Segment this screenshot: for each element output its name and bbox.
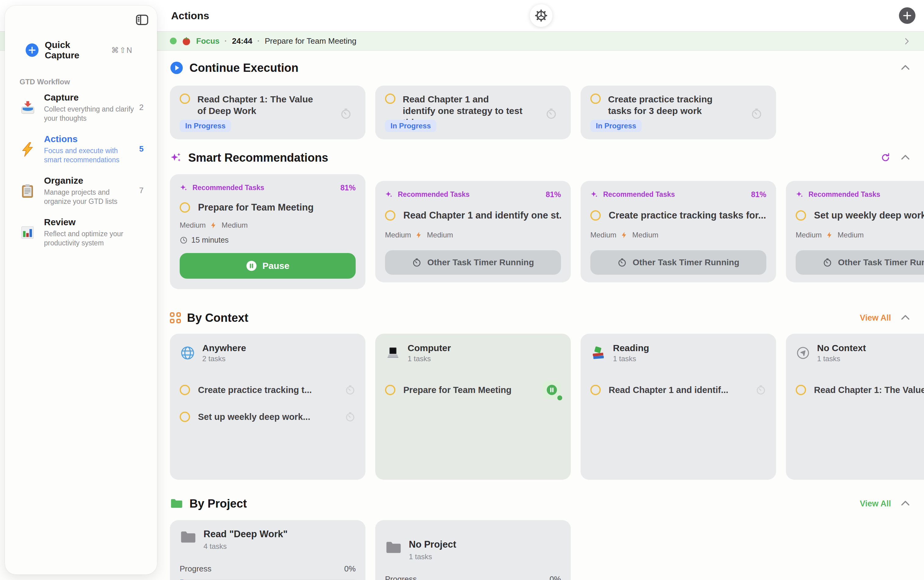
task-checkbox[interactable] <box>590 94 601 104</box>
context-card-anywhere[interactable]: Anywhere 2 tasks Create practice trackin… <box>170 334 366 480</box>
collapse-chevron-icon[interactable] <box>900 63 911 73</box>
task-row[interactable]: Read Chapter 1 and identif... <box>590 376 766 404</box>
section-title: By Context <box>187 311 249 325</box>
settings-button[interactable] <box>530 4 552 27</box>
timer-icon <box>340 107 352 120</box>
quick-capture-button[interactable]: Quick Capture ⌘⇧N <box>26 40 133 61</box>
recommended-task-card[interactable]: Recommended Tasks 81% Set up weekly deep… <box>786 181 924 282</box>
context-task-count: 1 tasks <box>817 354 866 363</box>
recommended-task-card[interactable]: Recommended Tasks 81% Create practice tr… <box>581 181 776 282</box>
task-checkbox[interactable] <box>385 94 395 104</box>
task-title: Create practice tracking tasks for... <box>609 210 766 221</box>
laptop-icon <box>385 345 401 361</box>
progress-percent: 0% <box>344 564 356 573</box>
sidebar-item-organize[interactable]: Organize Manage projects and organize yo… <box>5 175 157 207</box>
progress-percent: 0% <box>549 575 561 580</box>
other-task-timer-label: Other Task Timer Running <box>838 258 924 267</box>
recommended-task-card[interactable]: Recommended Tasks 81% Read Chapter 1 and… <box>375 181 571 282</box>
task-checkbox[interactable] <box>590 210 601 221</box>
section-header-by-project: By Project View All <box>170 495 911 512</box>
refresh-icon[interactable] <box>880 152 891 163</box>
folder-icon <box>385 539 402 556</box>
section-title: Smart Recommendations <box>188 151 328 165</box>
context-cards: Anywhere 2 tasks Create practice trackin… <box>170 334 924 480</box>
other-task-timer-button[interactable]: Other Task Timer Running <box>590 250 766 275</box>
sidebar-toggle-icon[interactable] <box>135 13 149 27</box>
task-checkbox[interactable] <box>180 202 190 213</box>
focus-timer-value: 24:44 <box>232 36 252 46</box>
task-title: Set up weekly deep work... <box>198 412 310 422</box>
sparkle-icon <box>385 191 393 199</box>
energy-bolt-icon <box>415 231 423 239</box>
sidebar-items: Capture Collect everything and clarify y… <box>5 92 157 259</box>
chevron-right-icon[interactable] <box>903 37 911 45</box>
play-circle-icon <box>170 61 183 74</box>
in-progress-task-card[interactable]: Read Chapter 1 and identify one strategy… <box>375 86 571 139</box>
task-row[interactable]: Read Chapter 1: The Value... <box>796 376 924 404</box>
task-checkbox[interactable] <box>180 94 190 104</box>
other-task-timer-button[interactable]: Other Task Timer Running <box>385 250 561 275</box>
project-card[interactable]: No Project 1 tasks Progress 0% <box>375 520 571 580</box>
active-dot <box>557 395 562 400</box>
pause-button[interactable]: Pause <box>180 253 356 279</box>
sidebar-item-capture[interactable]: Capture Collect everything and clarify y… <box>5 92 157 124</box>
context-card-no-context[interactable]: No Context 1 tasks Read Chapter 1: The V… <box>786 334 924 480</box>
sparkle-icon <box>180 184 188 192</box>
other-task-timer-button[interactable]: Other Task Timer Running <box>796 250 924 275</box>
energy-bolt-icon <box>210 222 217 229</box>
clipboard-icon <box>20 183 37 199</box>
sidebar-item-review[interactable]: Review Reflect and optimize your product… <box>5 217 157 248</box>
task-checkbox[interactable] <box>385 210 395 221</box>
recommended-task-card[interactable]: Recommended Tasks 81% Prepare for Team M… <box>170 174 366 289</box>
task-title: Prepare for Team Meeting <box>198 202 313 213</box>
project-task-count: 4 tasks <box>204 542 288 551</box>
project-task-count: 1 tasks <box>409 552 456 561</box>
collapse-chevron-icon[interactable] <box>900 498 911 509</box>
sidebar-item-count: 7 <box>139 186 143 195</box>
task-row[interactable]: Prepare for Team Meeting <box>385 376 561 404</box>
sidebar-item-count: 5 <box>139 144 143 154</box>
task-checkbox[interactable] <box>180 385 190 395</box>
view-all-link[interactable]: View All <box>860 313 891 323</box>
section-header-continue-execution: Continue Execution <box>170 59 911 76</box>
pause-circle-icon <box>246 260 257 271</box>
energy-label: Medium <box>427 231 453 239</box>
timer-icon <box>617 258 627 267</box>
timer-icon <box>412 258 422 267</box>
context-name: Reading <box>613 343 649 353</box>
focus-task-title: Prepare for Team Meeting <box>265 36 356 46</box>
task-row[interactable]: Create practice tracking t... <box>180 376 356 404</box>
section-header-smart-recommendations: Smart Recommendations <box>170 149 911 166</box>
in-progress-task-card[interactable]: Create practice tracking tasks for 3 dee… <box>581 86 776 139</box>
energy-label: Medium <box>838 231 863 239</box>
energy-label: Medium <box>632 231 658 239</box>
card-label: Recommended Tasks <box>398 190 469 199</box>
view-all-link[interactable]: View All <box>860 499 891 509</box>
task-checkbox[interactable] <box>590 385 601 395</box>
collapse-chevron-icon[interactable] <box>900 153 911 163</box>
task-checkbox[interactable] <box>180 412 190 422</box>
task-row[interactable]: Set up weekly deep work... <box>180 404 356 430</box>
section-header-by-context: By Context View All <box>170 309 911 326</box>
project-card[interactable]: Read "Deep Work" 4 tasks Progress 0% <box>170 520 366 580</box>
energy-bolt-icon <box>621 231 628 239</box>
other-task-timer-label: Other Task Timer Running <box>632 258 739 267</box>
sidebar-item-actions[interactable]: Actions Focus and execute with smart rec… <box>5 134 157 165</box>
add-task-button[interactable] <box>899 7 916 24</box>
timer-icon <box>345 411 356 422</box>
collapse-chevron-icon[interactable] <box>900 313 911 323</box>
task-checkbox[interactable] <box>796 385 806 395</box>
task-checkbox[interactable] <box>796 210 806 221</box>
section-title: Continue Execution <box>189 61 298 74</box>
match-percent: 81% <box>751 190 766 199</box>
page-title: Actions <box>171 10 209 22</box>
context-card-reading[interactable]: Reading 1 tasks Read Chapter 1 and ident… <box>581 334 776 480</box>
context-card-computer[interactable]: Computer 1 tasks Prepare for Team Meetin… <box>375 334 571 480</box>
task-checkbox[interactable] <box>385 385 395 395</box>
globe-icon <box>180 345 196 361</box>
lightning-icon <box>20 142 37 157</box>
in-progress-task-card[interactable]: Read Chapter 1: The Value of Deep Work I… <box>170 86 366 139</box>
pause-active-button[interactable] <box>543 381 561 399</box>
task-title: Read Chapter 1: The Value... <box>814 385 924 395</box>
match-percent: 81% <box>546 190 561 199</box>
